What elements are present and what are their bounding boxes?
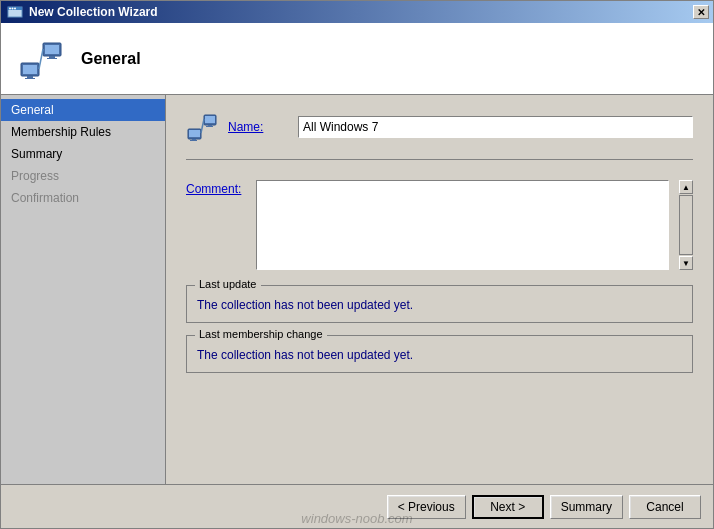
wizard-body: General Membership Rules Summary Progres…	[1, 95, 713, 484]
sidebar-item-membership-rules[interactable]: Membership Rules	[1, 121, 165, 143]
comment-wrapper	[256, 180, 669, 273]
header-icon	[17, 35, 65, 83]
name-divider	[186, 159, 693, 160]
comment-row: Comment: ▲ ▼	[186, 180, 693, 273]
comment-textarea[interactable]	[256, 180, 669, 270]
previous-button[interactable]: < Previous	[387, 495, 466, 519]
wizard-window: New Collection Wizard ✕ General General	[0, 0, 714, 529]
last-membership-content: The collection has not been updated yet.	[197, 344, 682, 362]
svg-line-13	[39, 49, 43, 69]
svg-point-3	[12, 8, 14, 10]
scroll-down[interactable]: ▼	[679, 256, 693, 270]
wizard-footer: < Previous Next > Summary Cancel	[1, 484, 713, 528]
name-icon	[186, 111, 218, 143]
wizard-header: General	[1, 23, 713, 95]
last-membership-group: Last membership change The collection ha…	[186, 335, 693, 373]
svg-rect-12	[47, 58, 57, 59]
last-membership-title: Last membership change	[195, 328, 327, 340]
svg-rect-8	[25, 78, 35, 79]
last-update-content: The collection has not been updated yet.	[197, 294, 682, 312]
svg-rect-21	[206, 126, 213, 127]
content-area: Name: Comment: ▲ ▼ Last update The co	[166, 95, 713, 484]
scrollbar[interactable]: ▲ ▼	[679, 180, 693, 270]
scroll-track	[679, 195, 693, 255]
sidebar: General Membership Rules Summary Progres…	[1, 95, 166, 484]
last-update-group: Last update The collection has not been …	[186, 285, 693, 323]
close-button[interactable]: ✕	[693, 5, 709, 19]
svg-point-4	[14, 8, 16, 10]
svg-rect-19	[205, 116, 215, 123]
svg-rect-7	[27, 76, 33, 78]
cancel-button[interactable]: Cancel	[629, 495, 701, 519]
svg-rect-17	[190, 140, 197, 141]
svg-rect-15	[189, 130, 200, 137]
last-update-title: Last update	[195, 278, 261, 290]
wizard-header-title: General	[81, 50, 141, 68]
svg-line-22	[201, 119, 204, 133]
name-label: Name:	[228, 120, 288, 134]
svg-rect-10	[45, 45, 59, 54]
sidebar-item-confirmation: Confirmation	[1, 187, 165, 209]
comment-label: Comment:	[186, 180, 246, 196]
name-input[interactable]	[298, 116, 693, 138]
svg-rect-11	[49, 56, 55, 58]
sidebar-item-progress: Progress	[1, 165, 165, 187]
title-bar-text: New Collection Wizard	[7, 4, 158, 20]
next-button[interactable]: Next >	[472, 495, 544, 519]
svg-rect-6	[23, 65, 37, 74]
title-bar: New Collection Wizard ✕	[1, 1, 713, 23]
summary-button[interactable]: Summary	[550, 495, 623, 519]
sidebar-item-general[interactable]: General	[1, 99, 165, 121]
svg-point-2	[9, 8, 11, 10]
scroll-up[interactable]: ▲	[679, 180, 693, 194]
wizard-icon	[7, 4, 23, 20]
sidebar-item-summary[interactable]: Summary	[1, 143, 165, 165]
name-row: Name:	[186, 111, 693, 143]
